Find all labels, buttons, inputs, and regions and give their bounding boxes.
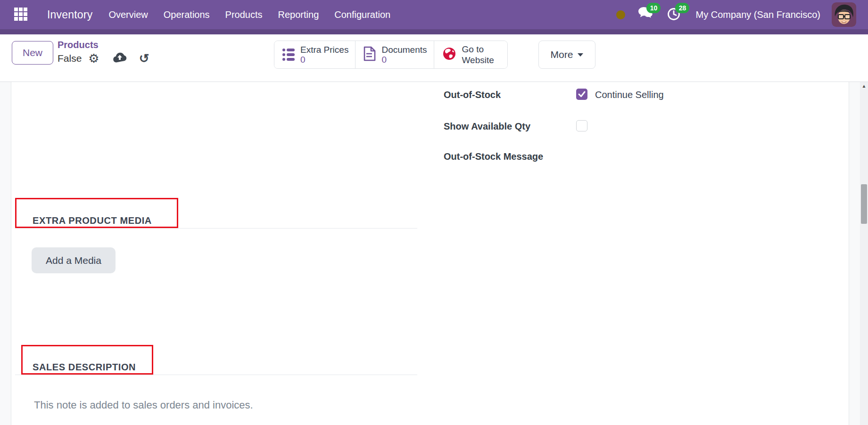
checkmark-icon [578,90,586,98]
gear-icon[interactable]: ⚙ [88,52,99,65]
extra-prices-stat-button[interactable]: Extra Prices 0 [274,41,355,68]
status-dot-icon [616,10,625,19]
messages-badge: 10 [646,3,661,13]
activities-button[interactable]: 28 [667,7,683,23]
inventory-app-window: Inventory Overview Operations Products R… [0,0,868,425]
stat-value: 0 [300,55,348,65]
breadcrumb-products-link[interactable]: Products [58,40,149,50]
messages-button[interactable]: 10 [638,7,654,23]
documents-stat-button[interactable]: Documents 0 [355,41,433,68]
more-button[interactable]: More [538,41,595,69]
company-switcher[interactable]: My Company (San Francisco) [695,9,820,20]
nav-item-overview[interactable]: Overview [108,9,148,20]
section-heading-extra-product-media: EXTRA PRODUCT MEDIA [33,215,152,226]
list-icon [282,49,295,61]
field-label-show-available-qty: Show Available Qty [444,121,530,132]
field-label-out-of-stock-message: Out-of-Stock Message [444,151,543,162]
content-divider [0,82,868,82]
continue-selling-checkbox[interactable] [576,89,587,100]
vertical-scrollbar[interactable]: ▲ [860,82,868,425]
stat-label: Go to Website [462,44,501,65]
nav-item-reporting[interactable]: Reporting [278,9,319,20]
nav-item-operations[interactable]: Operations [164,9,210,20]
clock-icon [667,15,682,23]
breadcrumb: Products False ⚙ ↺ [58,40,149,65]
field-label-out-of-stock: Out-of-Stock [444,90,501,100]
caret-down-icon [578,53,583,57]
navbar-left: Inventory Overview Operations Products R… [14,8,390,22]
show-available-qty-checkbox[interactable] [576,120,587,131]
globe-icon [442,47,456,63]
sales-description-placeholder[interactable]: This note is added to sales orders and i… [34,399,253,411]
user-avatar[interactable] [832,2,856,27]
continue-selling-label: Continue Selling [595,90,664,100]
sheet-right-margin [849,82,860,425]
nav-item-products[interactable]: Products [225,9,263,20]
app-title[interactable]: Inventory [47,8,92,21]
section-divider [15,375,417,375]
add-a-media-button[interactable]: Add a Media [32,247,116,273]
section-divider [15,228,417,229]
new-button[interactable]: New [12,41,53,65]
nav-item-configuration[interactable]: Configuration [334,9,390,20]
navbar-systray: 10 28 My Company (San Francisco) [616,2,856,27]
stat-label: Extra Prices [300,45,348,55]
control-panel: New Products False ⚙ ↺ [0,34,868,82]
undo-icon[interactable]: ↺ [139,52,149,65]
stat-button-group: Extra Prices 0 Documents 0 [274,41,508,69]
stat-label: Documents [381,45,427,55]
main-menu: Overview Operations Products Reporting C… [108,9,390,20]
go-to-website-stat-button[interactable]: Go to Website [434,41,507,68]
chat-bubbles-icon [638,14,653,22]
stat-value: 0 [381,55,427,65]
sheet-left-margin [0,82,11,425]
cloud-save-icon[interactable] [113,52,127,65]
more-button-label: More [551,49,573,60]
record-name: False [58,53,82,64]
file-icon [364,46,376,63]
section-heading-sales-description: SALES DESCRIPTION [33,362,136,373]
activities-badge: 28 [675,3,689,13]
scrollbar-up-arrow-icon[interactable]: ▲ [860,83,868,89]
top-navbar: Inventory Overview Operations Products R… [0,0,868,34]
scrollbar-thumb[interactable] [861,184,867,224]
apps-menu-icon[interactable] [14,8,28,22]
